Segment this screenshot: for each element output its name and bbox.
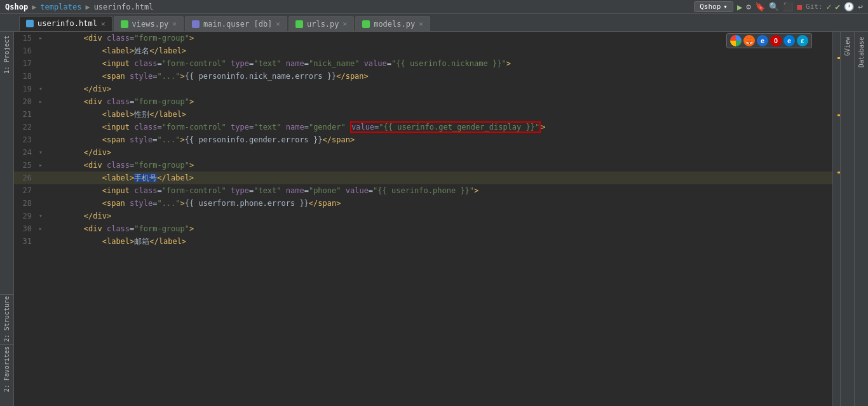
line-30: 30 ▸ <div class="form-group"> [14,222,832,235]
favorites-label[interactable]: 2: Favorites [3,345,10,393]
line-num-28: 28 [14,197,37,210]
fold-17 [37,57,44,70]
git-check2-icon[interactable]: ✔ [835,2,840,11]
ie-icon[interactable]: e [757,35,768,46]
gview-sidebar[interactable]: GView [840,32,854,406]
line-content-19: </div> [44,83,832,95]
tab-label-urls: urls.py [307,20,339,29]
line-num-18: 18 [14,70,37,83]
database-sidebar[interactable]: Database [854,32,868,406]
fold-28 [37,197,44,210]
fold-18 [37,70,44,83]
code-lines: 15 ▸ <div class="form-group"> 16 <label>… [14,32,832,248]
fold-20[interactable]: ▸ [37,95,44,108]
line-content-24: </div> [44,146,832,159]
line-21: 21 <label>性别</label> [14,108,832,121]
code-editor[interactable]: 15 ▸ <div class="form-group"> 16 <label>… [14,32,832,406]
opera-icon[interactable]: O [770,35,782,46]
tab-icon-db [192,20,200,28]
breadcrumb-templates[interactable]: templates [40,3,81,11]
tab-close-userinfo[interactable]: ✕ [101,20,105,28]
tab-userinfo[interactable]: userinfo.html ✕ [19,16,112,31]
marker-1 [837,57,840,59]
line-content-20: <div class="form-group"> [44,95,832,108]
line-num-27: 27 [14,184,37,197]
project-label[interactable]: 1: Project [3,36,10,74]
tab-close-urls[interactable]: ✕ [343,20,348,28]
tab-icon-html [26,20,34,27]
line-content-16: <label>姓名</label> [44,44,832,57]
line-num-19: 19 [14,83,37,95]
tab-bar: userinfo.html ✕ views.py ✕ main.quser [d… [0,14,868,32]
breadcrumb-file[interactable]: userinfo.html [94,3,154,11]
app-name: Qshop [700,3,721,11]
edge-icon[interactable]: e [783,35,795,46]
fold-21 [37,108,44,121]
line-31: 31 <label>邮箱</label> [14,235,832,248]
tab-urls[interactable]: urls.py ✕ [288,16,354,31]
line-content-23: <span style="...">{{ personinfo.gender.e… [44,133,832,146]
fold-25[interactable]: ▸ [37,159,44,172]
fold-26 [37,172,44,184]
line-content-17: <input class="form-control" type="text" … [44,57,832,70]
tab-close-main[interactable]: ✕ [276,20,280,28]
line-num-17: 17 [14,57,37,70]
right-panels: GView Database [832,32,868,406]
line-15: 15 ▸ <div class="form-group"> [14,32,832,44]
settings-icon[interactable]: ⚙ [746,2,751,11]
tab-close-models[interactable]: ✕ [419,20,423,28]
editor-container: 🦊 e O e ε 15 ▸ <div class="form-group"> … [14,32,832,406]
tab-views[interactable]: views.py ✕ [114,16,184,31]
favorites-tab[interactable]: 2: Favorites [0,344,14,393]
fold-29[interactable]: ▾ [37,210,44,222]
line-content-22: <input class="form-control" type="text" … [44,121,832,133]
gview-label[interactable]: GView [844,37,851,56]
line-content-21: <label>性别</label> [44,108,832,121]
stop-icon[interactable]: ■ [797,2,802,11]
chrome-icon[interactable] [730,35,742,46]
line-27: 27 <input class="form-control" type="tex… [14,184,832,197]
tab-icon-views [121,20,128,28]
line-num-22: 22 [14,121,37,133]
breadcrumb-sep: ▶ [85,3,90,11]
fold-15[interactable]: ▸ [37,32,44,44]
structure-label[interactable]: 2: Structure [3,295,10,343]
tab-close-views[interactable]: ✕ [172,20,177,28]
tab-main-quser[interactable]: main.quser [db] ✕ [185,16,287,31]
line-24: 24 ▾ </div> [14,146,832,159]
fold-19[interactable]: ▾ [37,83,44,95]
line-num-25: 25 [14,159,37,172]
app-selector[interactable]: Qshop ▾ [694,1,733,12]
bookmark-icon[interactable]: 🔖 [755,2,765,11]
database-label[interactable]: Database [858,37,865,67]
git-history-icon[interactable]: 🕐 [844,2,854,11]
line-29: 29 ▾ </div> [14,210,832,222]
marker-2 [837,114,840,116]
firefox-icon[interactable]: 🦊 [743,35,755,46]
line-28: 28 <span style="...">{{ userform.phone.e… [14,197,832,210]
run-icon[interactable]: ▶ [737,2,742,12]
edge2-icon[interactable]: ε [797,35,808,46]
line-content-31: <label>邮箱</label> [44,235,832,248]
tab-models[interactable]: models.py ✕ [355,16,430,31]
git-label: Git: [806,3,823,11]
line-content-26: <label>手机号</label> [44,172,832,184]
fold-30[interactable]: ▸ [37,222,44,235]
tab-icon-urls [295,20,303,28]
terminal-icon[interactable]: ⬛ [783,2,793,11]
search-icon[interactable]: 🔍 [769,2,779,11]
line-content-28: <span style="...">{{ userform.phone.erro… [44,197,832,210]
git-check-icon[interactable]: ✓ [827,2,832,11]
line-num-16: 16 [14,44,37,57]
fold-24[interactable]: ▾ [37,146,44,159]
line-num-31: 31 [14,235,37,248]
tab-label-userinfo: userinfo.html [37,19,97,28]
scroll-markers[interactable] [832,32,840,406]
line-content-30: <div class="form-group"> [44,222,832,235]
fold-16 [37,44,44,57]
git-revert-icon[interactable]: ↩ [858,2,863,11]
browser-toolbar: 🦊 e O e ε [726,33,812,48]
line-18: 18 <span style="...">{{ personinfo.nick_… [14,70,832,83]
structure-tab[interactable]: 2: Structure [0,294,14,343]
fold-27 [37,184,44,197]
